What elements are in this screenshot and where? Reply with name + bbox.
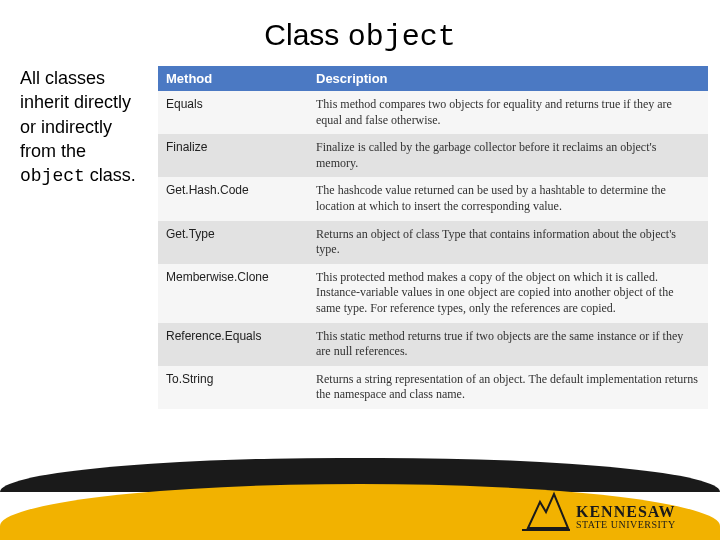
table-row: Get.TypeReturns an object of class Type … (158, 221, 708, 264)
table-row: Get.Hash.CodeThe hashcode value returned… (158, 177, 708, 220)
methods-table-wrap: Method Description EqualsThis method com… (158, 66, 708, 409)
method-cell: Get.Hash.Code (158, 177, 308, 220)
logo-line2: STATE UNIVERSITY (576, 520, 676, 530)
logo-line1: KENNESAW (576, 504, 676, 520)
title-prefix: Class (264, 18, 347, 51)
sidebar-pre: All classes inherit directly or indirect… (20, 68, 131, 161)
table-row: Memberwise.CloneThis protected method ma… (158, 264, 708, 323)
svg-marker-0 (528, 494, 568, 528)
sidebar-mono: object (20, 166, 85, 186)
mountain-icon (522, 488, 570, 534)
table-row: Reference.EqualsThis static method retur… (158, 323, 708, 366)
university-logo: KENNESAW STATE UNIVERSITY (522, 476, 702, 534)
footer: KENNESAW STATE UNIVERSITY (0, 455, 720, 540)
method-cell: Finalize (158, 134, 308, 177)
sidebar-post: class. (85, 165, 136, 185)
table-row: EqualsThis method compares two objects f… (158, 91, 708, 134)
table-row: FinalizeFinalize is called by the garbag… (158, 134, 708, 177)
desc-cell: The hashcode value returned can be used … (308, 177, 708, 220)
desc-cell: Returns a string representation of an ob… (308, 366, 708, 409)
title-mono: object (348, 20, 456, 54)
method-cell: To.String (158, 366, 308, 409)
sidebar-text: All classes inherit directly or indirect… (20, 66, 140, 409)
content-area: All classes inherit directly or indirect… (0, 66, 720, 409)
slide-title: Class object (0, 0, 720, 66)
methods-table: Method Description EqualsThis method com… (158, 66, 708, 409)
method-cell: Get.Type (158, 221, 308, 264)
method-cell: Reference.Equals (158, 323, 308, 366)
method-cell: Memberwise.Clone (158, 264, 308, 323)
method-cell: Equals (158, 91, 308, 134)
table-header-row: Method Description (158, 66, 708, 91)
desc-cell: Finalize is called by the garbage collec… (308, 134, 708, 177)
desc-cell: Returns an object of class Type that con… (308, 221, 708, 264)
col-method: Method (158, 66, 308, 91)
logo-text: KENNESAW STATE UNIVERSITY (576, 504, 676, 534)
table-row: To.StringReturns a string representation… (158, 366, 708, 409)
col-desc: Description (308, 66, 708, 91)
desc-cell: This static method returns true if two o… (308, 323, 708, 366)
desc-cell: This method compares two objects for equ… (308, 91, 708, 134)
desc-cell: This protected method makes a copy of th… (308, 264, 708, 323)
